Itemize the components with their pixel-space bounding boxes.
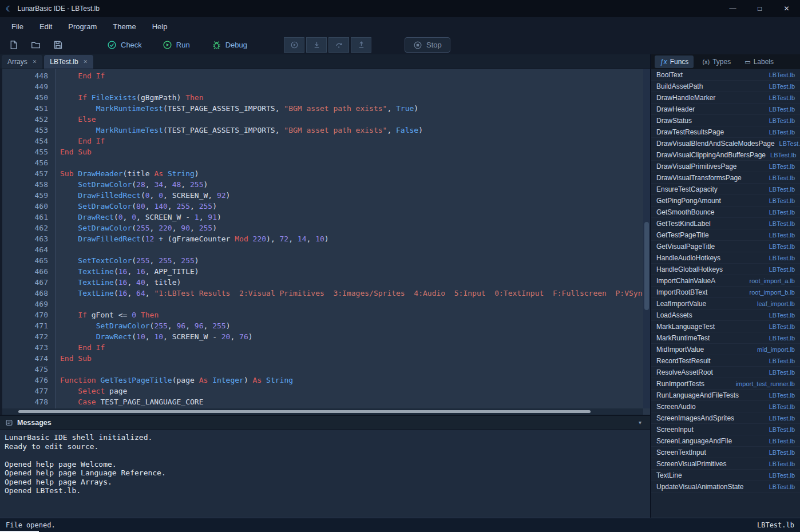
menu-item-file[interactable]: File bbox=[3, 19, 31, 34]
save-file-button[interactable] bbox=[49, 38, 66, 53]
code-line-458[interactable]: SetDrawColor(28, 34, 48, 255) bbox=[60, 180, 650, 191]
continue-button[interactable] bbox=[284, 37, 304, 53]
code-editor[interactable]: 4484494504514524534544554564574584594604… bbox=[0, 69, 650, 415]
code-line-478[interactable]: Case TEST_PAGE_LANGUAGE_CORE bbox=[60, 398, 650, 408]
code-line-475[interactable] bbox=[60, 365, 650, 376]
code-line-448[interactable]: End If bbox=[60, 72, 650, 82]
function-list-item[interactable]: ScreenVisualPrimitivesLBTest.lb bbox=[651, 458, 800, 470]
editor-code[interactable]: End If If FileExists(gBgmPath) Then Mark… bbox=[56, 69, 650, 415]
messages-header[interactable]: Messages ▾ bbox=[0, 416, 650, 430]
tab-close-icon[interactable]: ✕ bbox=[84, 59, 88, 65]
function-list-item[interactable]: BoolTextLBTest.lb bbox=[651, 69, 800, 81]
code-line-471[interactable]: SetDrawColor(255, 96, 96, 255) bbox=[60, 321, 650, 332]
debug-button[interactable]: Debug bbox=[212, 40, 247, 50]
function-list-item[interactable]: EnsureTestCapacityLBTest.lb bbox=[651, 184, 800, 195]
run-button[interactable]: Run bbox=[163, 40, 190, 50]
messages-collapse-icon[interactable]: ▾ bbox=[639, 419, 645, 426]
code-line-470[interactable]: If gFont <= 0 Then bbox=[60, 311, 650, 321]
menu-item-theme[interactable]: Theme bbox=[105, 19, 144, 34]
function-list-item[interactable]: MidImportValuemid_import.lb bbox=[651, 344, 800, 355]
code-line-452[interactable]: Else bbox=[60, 115, 650, 126]
code-line-460[interactable]: SetDrawColor(80, 140, 255, 255) bbox=[60, 202, 650, 213]
code-line-457[interactable]: Sub DrawHeader(title As String) bbox=[60, 169, 650, 180]
menu-item-program[interactable]: Program bbox=[60, 19, 105, 34]
sidebar-tab-types[interactable]: (x) Types bbox=[697, 55, 736, 68]
function-list-item[interactable]: MarkRuntimeTestLBTest.lb bbox=[651, 332, 800, 344]
editor-tab-arrays[interactable]: Arrays✕ bbox=[2, 55, 42, 69]
code-line-463[interactable]: DrawFilledRect(12 + (gFrameCounter Mod 2… bbox=[60, 235, 650, 245]
code-line-459[interactable]: DrawFilledRect(0, 0, SCREEN_W, 92) bbox=[60, 191, 650, 202]
step-into-button[interactable] bbox=[306, 37, 327, 53]
maximize-button[interactable]: □ bbox=[746, 0, 773, 17]
function-list-item[interactable]: ImportRootBTextroot_import_b.lb bbox=[651, 287, 800, 298]
code-line-476[interactable]: Function GetTestPageTitle(page As Intege… bbox=[60, 376, 650, 387]
function-list-item[interactable]: LoadAssetsLBTest.lb bbox=[651, 309, 800, 321]
function-list-item[interactable]: ResolveAssetRootLBTest.lb bbox=[651, 367, 800, 378]
function-list-item[interactable]: RunImportTestsimport_test_runner.lb bbox=[651, 378, 800, 390]
editor-tab-lbtest-lb[interactable]: LBTest.lb✕ bbox=[44, 55, 93, 69]
function-list-item[interactable]: LeafImportValueleaf_import.lb bbox=[651, 298, 800, 309]
editor-vertical-scrollbar[interactable] bbox=[643, 69, 650, 408]
function-list-item[interactable]: RunLanguageAndFileTestsLBTest.lb bbox=[651, 390, 800, 401]
function-list-item[interactable]: MarkLanguageTestLBTest.lb bbox=[651, 321, 800, 332]
new-file-button[interactable] bbox=[5, 38, 22, 53]
function-list-item[interactable]: ScreenInputLBTest.lb bbox=[651, 424, 800, 435]
function-list-item[interactable]: ScreenImagesAndSpritesLBTest.lb bbox=[651, 412, 800, 424]
code-line-453[interactable]: MarkRuntimeTest(TEST_PAGE_ASSETS_IMPORTS… bbox=[60, 126, 650, 137]
function-list-item[interactable]: DrawVisualPrimitivesPageLBTest.lb bbox=[651, 161, 800, 172]
function-list-item[interactable]: ImportChainValueAroot_import_a.lb bbox=[651, 275, 800, 287]
step-out-button[interactable] bbox=[351, 37, 371, 53]
menu-item-edit[interactable]: Edit bbox=[31, 19, 60, 34]
function-list-item[interactable]: DrawStatusLBTest.lb bbox=[651, 115, 800, 126]
function-list-item[interactable]: ScreenLanguageAndFileLBTest.lb bbox=[651, 435, 800, 447]
check-button[interactable]: Check bbox=[107, 40, 142, 50]
function-list-item[interactable]: DrawVisualTransformsPageLBTest.lb bbox=[651, 172, 800, 184]
step-over-button[interactable] bbox=[328, 37, 349, 53]
function-list-item[interactable]: UpdateVisualAnimationStateLBTest.lb bbox=[651, 481, 800, 493]
code-line-469[interactable] bbox=[60, 300, 650, 311]
function-list-item[interactable]: ScreenTextInputLBTest.lb bbox=[651, 447, 800, 458]
function-list-item[interactable]: DrawTestResultsPageLBTest.lb bbox=[651, 126, 800, 138]
function-list-item[interactable]: GetSmoothBounceLBTest.lb bbox=[651, 207, 800, 218]
close-button[interactable]: ✕ bbox=[773, 0, 800, 17]
tab-close-icon[interactable]: ✕ bbox=[33, 59, 37, 65]
sidebar-tab-funcs[interactable]: ƒx Funcs bbox=[655, 55, 694, 68]
function-list-item[interactable]: ScreenAudioLBTest.lb bbox=[651, 401, 800, 412]
vertical-scrollbar-thumb[interactable] bbox=[644, 222, 649, 310]
menu-item-help[interactable]: Help bbox=[144, 19, 176, 34]
code-line-477[interactable]: Select page bbox=[60, 387, 650, 398]
code-line-472[interactable]: DrawRect(10, 10, SCREEN_W - 20, 76) bbox=[60, 332, 650, 343]
code-line-461[interactable]: DrawRect(0, 0, SCREEN_W - 1, 91) bbox=[60, 213, 650, 224]
code-line-449[interactable] bbox=[60, 82, 650, 93]
code-line-455[interactable]: End Sub bbox=[60, 148, 650, 158]
code-line-450[interactable]: If FileExists(gBgmPath) Then bbox=[60, 93, 650, 104]
function-list-item[interactable]: TextLineLBTest.lb bbox=[651, 470, 800, 481]
function-list-item[interactable]: GetTestKindLabelLBTest.lb bbox=[651, 218, 800, 229]
function-list-item[interactable]: DrawVisualClippingAndBuffersPageLBTest.l… bbox=[651, 149, 800, 161]
function-list-item[interactable]: GetPingPongAmountLBTest.lb bbox=[651, 195, 800, 207]
code-line-454[interactable]: End If bbox=[60, 137, 650, 148]
code-line-466[interactable]: TextLine(16, 16, APP_TITLE) bbox=[60, 267, 650, 278]
function-list-item[interactable]: DrawVisualBlendAndScaleModesPageLBTest.l… bbox=[651, 138, 800, 149]
code-line-456[interactable] bbox=[60, 158, 650, 169]
function-list-item[interactable]: HandleGlobalHotkeysLBTest.lb bbox=[651, 264, 800, 275]
minimize-button[interactable]: — bbox=[719, 0, 746, 17]
code-line-467[interactable]: TextLine(16, 40, title) bbox=[60, 278, 650, 289]
open-file-button[interactable] bbox=[27, 38, 44, 53]
code-line-474[interactable]: End Sub bbox=[60, 354, 650, 365]
function-list-item[interactable]: DrawHandleMarkerLBTest.lb bbox=[651, 92, 800, 104]
function-list-item[interactable]: GetVisualPageTitleLBTest.lb bbox=[651, 241, 800, 252]
horizontal-scrollbar-thumb[interactable] bbox=[18, 410, 591, 413]
sidebar-tab-labels[interactable]: ▭ Labels bbox=[739, 55, 779, 68]
function-list-item[interactable]: DrawHeaderLBTest.lb bbox=[651, 104, 800, 115]
code-line-468[interactable]: TextLine(16, 64, "1:LBTest Results 2:Vis… bbox=[60, 289, 650, 300]
code-line-462[interactable]: SetDrawColor(255, 220, 90, 255) bbox=[60, 224, 650, 235]
code-line-464[interactable] bbox=[60, 245, 650, 256]
editor-horizontal-scrollbar[interactable] bbox=[2, 408, 643, 415]
code-line-465[interactable]: SetTextColor(255, 255, 255) bbox=[60, 256, 650, 267]
function-list-item[interactable]: RecordTestResultLBTest.lb bbox=[651, 355, 800, 367]
code-line-473[interactable]: End If bbox=[60, 343, 650, 354]
code-line-451[interactable]: MarkRuntimeTest(TEST_PAGE_ASSETS_IMPORTS… bbox=[60, 104, 650, 115]
function-list-item[interactable]: HandleAudioHotkeysLBTest.lb bbox=[651, 252, 800, 264]
function-list-item[interactable]: BuildAssetPathLBTest.lb bbox=[651, 81, 800, 92]
